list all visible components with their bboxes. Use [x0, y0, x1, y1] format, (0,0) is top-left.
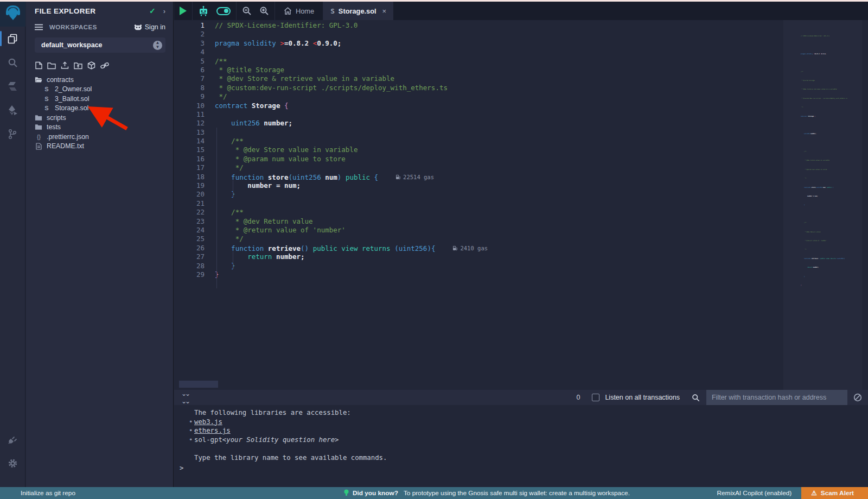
tab-home[interactable]: Home [275, 2, 323, 20]
close-tab-icon[interactable]: × [382, 7, 387, 15]
code-line-9[interactable]: 9 */ [174, 92, 488, 101]
tree-item-readme-txt[interactable]: README.txt [26, 142, 173, 151]
code-line-26[interactable]: function retrieve() public view returns … [801, 258, 847, 267]
ai-copilot-icon[interactable] [198, 6, 209, 16]
code-line-12[interactable]: uint256 number; [801, 133, 847, 142]
copilot-status[interactable]: RemixAI Copilot (enabled) [717, 489, 792, 497]
terminal-prompt[interactable]: > [180, 464, 183, 472]
tree-item-2-owner-sol[interactable]: S2_Owner.sol [26, 85, 173, 94]
code-line-13[interactable] [801, 142, 847, 151]
tree-item-3-ballot-sol[interactable]: S3_Ballot.sol [26, 94, 173, 104]
code-line-9[interactable]: */ [801, 106, 847, 115]
code-line-8[interactable]: * @custom:dev-run-script ./scripts/deplo… [801, 98, 847, 106]
code-line-3[interactable]: 3pragma solidity >=0.8.2 <0.9.0; [174, 39, 488, 48]
code-line-20[interactable]: 20 } [174, 190, 488, 199]
listen-transactions-checkbox[interactable] [592, 394, 599, 401]
code-line-22[interactable]: /** [801, 222, 847, 231]
code-line-25[interactable]: */ [801, 249, 847, 257]
code-line-8[interactable]: 8 * @custom:dev-run-script ./scripts/dep… [174, 84, 488, 92]
transaction-filter-input[interactable] [706, 390, 847, 405]
tree-item-contracts[interactable]: contracts [26, 75, 173, 85]
code-line-10[interactable]: contract Storage { [801, 116, 847, 124]
upload-file-icon[interactable] [61, 61, 69, 70]
code-editor[interactable]: 1// SPDX-License-Identifier: GPL-3.023pr… [174, 20, 868, 390]
new-file-icon[interactable] [35, 61, 42, 70]
horizontal-scrollbar[interactable] [179, 381, 218, 388]
sidebar-item-settings[interactable] [0, 451, 25, 475]
upload-folder-icon[interactable] [74, 62, 82, 70]
code-line-11[interactable]: 11 [174, 110, 488, 119]
code-line-12[interactable]: 12 uint256 number; [174, 119, 488, 128]
tree-item-scripts[interactable]: scripts [26, 113, 173, 123]
new-folder-icon[interactable] [47, 62, 56, 70]
tab-storage-sol[interactable]: S Storage.sol × [323, 2, 393, 20]
collapse-terminal-icon[interactable]: ⌄⌄⌄⌄ [181, 390, 189, 405]
code-lines[interactable]: 1// SPDX-License-Identifier: GPL-3.023pr… [174, 21, 488, 279]
code-line-2[interactable]: 2 [174, 30, 488, 39]
code-line-17[interactable]: 17 */ [174, 163, 488, 172]
code-line-6[interactable]: 6 * @title Storage [174, 66, 488, 74]
run-script-button[interactable] [180, 7, 187, 15]
code-line-22[interactable]: 22 /** [174, 208, 488, 217]
code-line-21[interactable] [801, 213, 847, 222]
sidebar-item-git[interactable] [0, 122, 25, 146]
code-line-23[interactable]: * @dev Return value [801, 231, 847, 240]
code-line-18[interactable]: 18 function store(uint256 num) public {2… [174, 173, 488, 181]
sidebar-item-plugin-manager[interactable] [0, 427, 25, 451]
code-line-16[interactable]: * @param num value to store [801, 169, 847, 178]
code-line-17[interactable]: */ [801, 178, 847, 186]
copilot-toggle[interactable] [216, 7, 231, 15]
code-line-19[interactable]: number = num; [801, 195, 847, 204]
code-line-2[interactable] [801, 44, 847, 53]
code-line-28[interactable]: 28 } [174, 262, 488, 270]
code-line-4[interactable] [801, 62, 847, 71]
code-line-21[interactable]: 21 [174, 199, 488, 208]
code-line-1[interactable]: // SPDX-License-Identifier: GPL-3.0 [801, 35, 847, 44]
sidebar-item-deploy-and-run[interactable] [0, 98, 25, 122]
workspace-select[interactable]: default_workspace ▲▼ [35, 37, 165, 53]
code-line-18[interactable]: function store(uint256 num) public { [801, 187, 847, 195]
minimap[interactable]: // SPDX-License-Identifier: GPL-3.0pragm… [783, 20, 862, 390]
code-line-15[interactable]: * @dev Store value in variable [801, 160, 847, 168]
code-line-16[interactable]: 16 * @param num value to store [174, 155, 488, 163]
box-icon[interactable] [87, 61, 95, 70]
code-line-6[interactable]: * @title Storage [801, 80, 847, 89]
terminal-link-web3-js[interactable]: web3.js [194, 418, 222, 427]
code-line-20[interactable]: } [801, 204, 847, 213]
remix-logo[interactable] [0, 2, 25, 27]
terminal-link-ethers-js[interactable]: ethers.js [194, 426, 231, 435]
code-line-26[interactable]: 26 function retrieve() public view retur… [174, 244, 488, 252]
zoom-out-icon[interactable] [242, 6, 252, 16]
code-line-25[interactable]: 25 */ [174, 235, 488, 243]
code-line-11[interactable] [801, 124, 847, 133]
code-line-19[interactable]: 19 number = num; [174, 181, 488, 190]
link-icon[interactable] [100, 62, 109, 70]
code-line-15[interactable]: 15 * @dev Store value in variable [174, 146, 488, 154]
code-line-13[interactable]: 13 [174, 128, 488, 137]
tree-item--prettierrc-json[interactable]: { }.prettierrc.json [26, 132, 173, 142]
sign-in-button[interactable]: Sign in [134, 23, 165, 31]
code-line-29[interactable]: } [801, 285, 847, 293]
clear-console-icon[interactable] [853, 393, 862, 402]
code-line-5[interactable]: 5/** [174, 57, 488, 66]
chevron-right-icon[interactable]: › [163, 7, 165, 15]
code-line-5[interactable]: /** [801, 71, 847, 80]
hamburger-menu-icon[interactable] [35, 24, 43, 30]
sidebar-item-file-explorer[interactable] [0, 27, 25, 50]
code-line-27[interactable]: return number; [801, 267, 847, 275]
terminal-output[interactable]: The following libraries are accessible:•… [174, 405, 868, 487]
sidebar-item-solidity-compiler[interactable] [0, 74, 25, 98]
code-line-29[interactable]: 29} [174, 270, 488, 279]
code-line-4[interactable]: 4 [174, 48, 488, 56]
code-line-24[interactable]: 24 * @return value of 'number' [174, 226, 488, 235]
zoom-in-icon[interactable] [259, 6, 269, 16]
code-line-3[interactable]: pragma solidity >=0.8.2 <0.9.0; [801, 53, 847, 62]
code-line-7[interactable]: * @dev Store & retrieve value in a varia… [801, 89, 847, 97]
tree-item-tests[interactable]: tests [26, 123, 173, 132]
code-line-1[interactable]: 1// SPDX-License-Identifier: GPL-3.0 [174, 21, 488, 30]
code-line-23[interactable]: 23 * @dev Return value [174, 217, 488, 226]
code-line-27[interactable]: 27 return number; [174, 252, 488, 261]
scam-alert-button[interactable]: ⚠ Scam Alert [801, 487, 868, 499]
sidebar-item-search[interactable] [0, 50, 25, 74]
code-line-7[interactable]: 7 * @dev Store & retrieve value in a var… [174, 74, 488, 83]
